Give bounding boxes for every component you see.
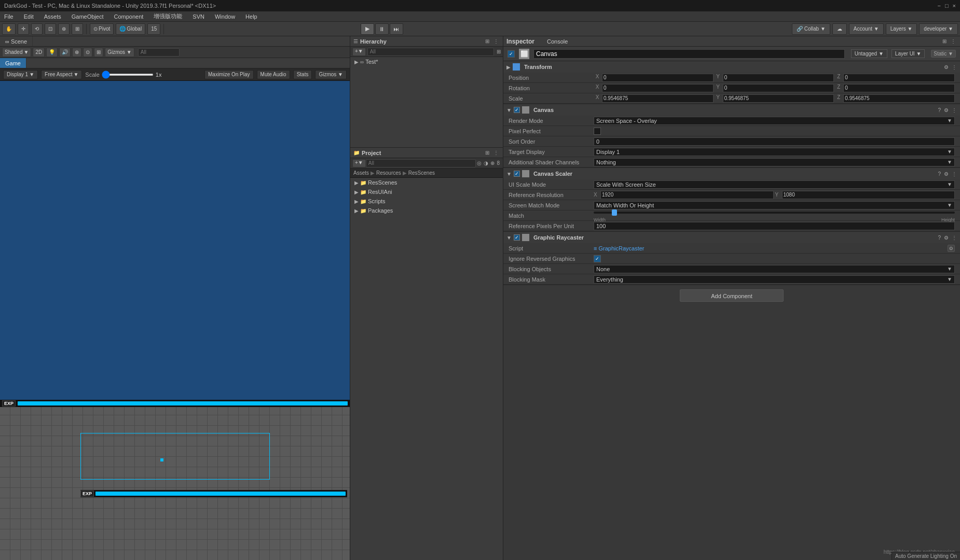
menu-window[interactable]: Window	[213, 13, 237, 20]
target-display-dropdown[interactable]: Display 1 ▼	[594, 148, 955, 156]
rotation-z[interactable]: 0	[843, 84, 955, 92]
project-filter2[interactable]: ◑	[483, 160, 489, 166]
project-item-scripts[interactable]: ▶ 📁 Scripts	[350, 197, 503, 206]
gizmos-dropdown[interactable]: Gizmos ▼	[105, 48, 134, 57]
tool-rect[interactable]: ⊛	[58, 23, 70, 35]
section-scaler-header[interactable]: ▼ ✓ Canvas Scaler ? ⚙ ⋮	[503, 168, 960, 179]
menu-enhanced[interactable]: 增强版功能	[152, 12, 184, 20]
scaler-help[interactable]: ?	[938, 171, 941, 177]
audio-toggle[interactable]: 🔊	[59, 48, 71, 57]
maximize-btn[interactable]: □	[945, 3, 949, 9]
project-item-resuiani[interactable]: ▶ 📁 ResUIAni	[350, 187, 503, 197]
project-action2[interactable]: ⋮	[492, 150, 500, 156]
blocking-objects-dropdown[interactable]: None ▼	[594, 265, 955, 273]
snap-btn[interactable]: 15	[147, 23, 160, 35]
project-filter1[interactable]: ◎	[476, 160, 483, 166]
play-button[interactable]: ▶	[361, 23, 374, 35]
bc-resources[interactable]: Resources	[376, 170, 401, 176]
canvas-help[interactable]: ?	[938, 107, 941, 113]
sort-order-input[interactable]: 0	[594, 137, 955, 146]
canvas-enabled-checkbox[interactable]: ✓	[514, 107, 520, 113]
menu-help[interactable]: Help	[243, 13, 259, 20]
developer-button[interactable]: developer ▼	[919, 23, 958, 35]
menu-gameobject[interactable]: GameObject	[70, 13, 106, 20]
minimize-btn[interactable]: −	[937, 3, 940, 9]
tool-move[interactable]: ✛	[18, 23, 29, 35]
tab-game[interactable]: Game	[0, 58, 26, 68]
object-icon-btn[interactable]: ⬜	[519, 49, 529, 59]
hierarchy-create-btn[interactable]: +▼	[352, 48, 366, 56]
raycaster-help[interactable]: ?	[938, 235, 941, 241]
render-mode-dropdown[interactable]: Screen Space - Overlay ▼	[594, 117, 955, 125]
scale-y[interactable]: 0.9546875	[723, 94, 834, 103]
match-slider[interactable]	[594, 212, 955, 214]
raycaster-settings[interactable]: ⚙	[944, 235, 949, 241]
canvas-settings[interactable]: ⚙	[944, 107, 949, 113]
tag-dropdown[interactable]: Untagged ▼	[851, 49, 887, 58]
account-button[interactable]: Account ▼	[849, 23, 884, 35]
display-dropdown[interactable]: Display 1 ▼	[3, 70, 38, 79]
tool-scale[interactable]: ⊡	[45, 23, 56, 35]
scene-search[interactable]	[138, 48, 180, 57]
hierarchy-search[interactable]	[367, 48, 494, 56]
position-y[interactable]	[723, 74, 834, 82]
title-bar-controls[interactable]: − □ ×	[937, 3, 956, 9]
ref-pixels-input[interactable]: 100	[594, 222, 955, 230]
menu-svn[interactable]: SVN	[190, 13, 207, 20]
pixel-perfect-checkbox[interactable]	[594, 128, 601, 135]
hierarchy-action1[interactable]: ⊞	[484, 38, 490, 44]
shaded-dropdown[interactable]: Shaded ▼	[2, 48, 31, 57]
maximize-play-btn[interactable]: Maximize On Play	[204, 70, 254, 79]
object-name-input[interactable]	[533, 49, 845, 59]
position-x[interactable]	[602, 74, 714, 82]
project-search[interactable]	[366, 159, 476, 167]
hierarchy-test-item[interactable]: ▶ ∞ Test*	[350, 57, 503, 66]
ui-scale-mode-dropdown[interactable]: Scale With Screen Size ▼	[594, 180, 955, 189]
cloud-button[interactable]: ☁	[832, 23, 847, 35]
mute-audio-btn[interactable]: Mute Audio	[257, 70, 290, 79]
global-btn[interactable]: 🌐 Global	[116, 23, 145, 35]
menu-edit[interactable]: Edit	[22, 13, 36, 20]
project-item-packages[interactable]: ▶ 📁 Packages	[350, 206, 503, 215]
canvas-menu[interactable]: ⋮	[952, 107, 957, 113]
scene-canvas-element[interactable]	[80, 433, 270, 480]
inspector-action1[interactable]: ⊞	[941, 38, 948, 44]
raycaster-menu[interactable]: ⋮	[952, 235, 957, 241]
bc-assets[interactable]: Assets	[353, 170, 369, 176]
add-shader-dropdown[interactable]: Nothing ▼	[594, 158, 955, 166]
project-create-btn[interactable]: +▼	[352, 159, 366, 167]
tool-rotate[interactable]: ⟲	[31, 23, 43, 35]
tool-transform[interactable]: ⊞	[72, 23, 83, 35]
section-transform-header[interactable]: ▶ Transform ⚙ ⋮	[503, 61, 960, 73]
hierarchy-action2[interactable]: ⋮	[492, 38, 500, 44]
transform-settings[interactable]: ⚙	[944, 64, 949, 70]
add-component-button[interactable]: Add Component	[680, 289, 784, 302]
layer-dropdown[interactable]: Layer UI ▼	[892, 49, 925, 58]
blocking-mask-dropdown[interactable]: Everything ▼	[594, 275, 955, 284]
rotation-y[interactable]: 0	[723, 84, 834, 92]
stats-btn[interactable]: Stats	[293, 70, 312, 79]
scale-slider[interactable]	[102, 74, 154, 76]
object-enabled-checkbox[interactable]	[508, 50, 515, 58]
scale-x[interactable]: 0.9546875	[602, 94, 714, 103]
fx-toggle[interactable]: ⊛	[72, 48, 81, 57]
2d-toggle[interactable]: 2D	[33, 48, 45, 57]
layers-button[interactable]: Layers ▼	[886, 23, 917, 35]
scaler-menu[interactable]: ⋮	[952, 171, 957, 177]
scene-toggle2[interactable]: ⊙	[83, 48, 92, 57]
close-btn[interactable]: ×	[953, 3, 956, 9]
scene-canvas-handle[interactable]	[160, 458, 163, 461]
transform-menu[interactable]: ⋮	[952, 64, 957, 70]
ref-y-input[interactable]: 1080	[782, 191, 955, 199]
scaler-enabled-checkbox[interactable]: ✓	[514, 171, 520, 177]
pivot-btn[interactable]: ⊙ Pivot	[90, 23, 114, 35]
project-item-resscenes[interactable]: ▶ 📁 ResScenes	[350, 178, 503, 187]
scene-toggle3[interactable]: ⊞	[94, 48, 103, 57]
bc-resscenes[interactable]: ResScenes	[408, 170, 435, 176]
section-raycaster-header[interactable]: ▼ ✓ Graphic Raycaster ? ⚙ ⋮	[503, 232, 960, 243]
step-button[interactable]: ⏭	[390, 23, 403, 35]
scaler-settings[interactable]: ⚙	[944, 171, 949, 177]
tab-console[interactable]: Console	[547, 38, 568, 45]
inspector-action2[interactable]: ⋮	[950, 38, 957, 44]
project-filter4[interactable]: 8	[496, 160, 501, 166]
